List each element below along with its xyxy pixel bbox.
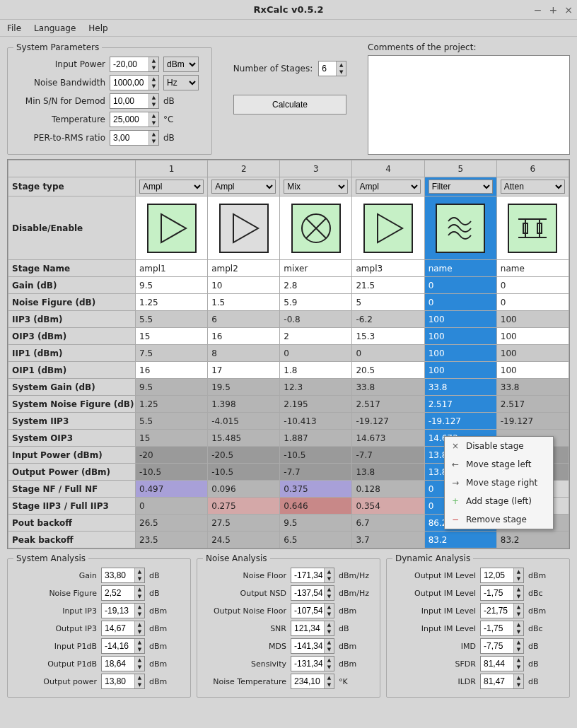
cell-6-3[interactable]: 1.8 (280, 362, 352, 379)
spin-down-icon[interactable]: ▼ (134, 593, 144, 600)
cell-16-1[interactable]: 23.5 (136, 532, 208, 548)
cell-2-3[interactable]: 5.9 (280, 294, 352, 311)
cell-10-4[interactable]: 14.673 (352, 430, 424, 447)
cell-2-6[interactable]: 0 (496, 294, 569, 311)
cell-2-1[interactable]: 1.25 (136, 294, 208, 311)
spin-down-icon[interactable]: ▼ (148, 64, 158, 71)
cell-9-6[interactable]: -19.127 (496, 413, 569, 430)
cell-13-3[interactable]: 0.375 (280, 481, 352, 498)
cell-9-4[interactable]: -19.127 (352, 413, 424, 430)
cell-13-1[interactable]: 0.497 (136, 481, 208, 498)
stage-icon-6[interactable] (496, 196, 569, 260)
cell-6-1[interactable]: 16 (136, 362, 208, 379)
spin-down-icon[interactable]: ▼ (336, 69, 346, 76)
cell-5-1[interactable]: 7.5 (136, 345, 208, 362)
cell-16-2[interactable]: 24.5 (208, 532, 280, 548)
cell-5-3[interactable]: 0 (280, 345, 352, 362)
cell-9-1[interactable]: 5.5 (136, 413, 208, 430)
cell-3-2[interactable]: 6 (208, 311, 280, 328)
spin-down-icon[interactable]: ▼ (324, 575, 334, 582)
unit-select-0[interactable]: dBm (163, 57, 199, 72)
spin-down-icon[interactable]: ▼ (513, 611, 523, 618)
cell-6-4[interactable]: 20.5 (352, 362, 424, 379)
spin-down-icon[interactable]: ▼ (513, 575, 523, 582)
spin-up-icon[interactable]: ▲ (513, 586, 523, 593)
spin-down-icon[interactable]: ▼ (134, 575, 144, 582)
cell-1-3[interactable]: 2.8 (280, 277, 352, 294)
col-header-5[interactable]: 5 (424, 160, 496, 177)
spin-up-icon[interactable]: ▲ (148, 131, 158, 138)
cell-11-2[interactable]: -20.5 (208, 447, 280, 464)
cell-16-4[interactable]: 3.7 (352, 532, 424, 548)
spin-up-icon[interactable]: ▲ (336, 61, 346, 69)
cell-8-2[interactable]: 1.398 (208, 396, 280, 413)
spin-up-icon[interactable]: ▲ (134, 568, 144, 575)
spin-down-icon[interactable]: ▼ (134, 664, 144, 671)
cell-6-2[interactable]: 17 (208, 362, 280, 379)
cell-0-4[interactable]: ampl3 (352, 260, 424, 277)
cell-15-2[interactable]: 27.5 (208, 515, 280, 532)
spin-down-icon[interactable]: ▼ (324, 664, 334, 671)
col-header-2[interactable]: 2 (208, 160, 280, 177)
spin-up-icon[interactable]: ▲ (513, 621, 523, 628)
spin-up-icon[interactable]: ▲ (148, 57, 158, 64)
spin-up-icon[interactable]: ▲ (148, 94, 158, 101)
spin-up-icon[interactable]: ▲ (324, 674, 334, 681)
spin-up-icon[interactable]: ▲ (324, 586, 334, 593)
cell-13-4[interactable]: 0.128 (352, 481, 424, 498)
cell-6-5[interactable]: 100 (424, 362, 496, 379)
spin-down-icon[interactable]: ▼ (324, 593, 334, 600)
comments-textarea[interactable] (368, 55, 570, 155)
spin-up-icon[interactable]: ▲ (513, 657, 523, 664)
cell-7-5[interactable]: 33.8 (424, 379, 496, 396)
cell-3-5[interactable]: 100 (424, 311, 496, 328)
cell-4-6[interactable]: 100 (496, 328, 569, 345)
cell-8-3[interactable]: 2.195 (280, 396, 352, 413)
cell-9-3[interactable]: -10.413 (280, 413, 352, 430)
unit-select-1[interactable]: Hz (163, 75, 199, 90)
stage-type-select-5[interactable]: Filter (429, 180, 493, 194)
spin-up-icon[interactable]: ▲ (324, 657, 334, 664)
cell-7-1[interactable]: 9.5 (136, 379, 208, 396)
cell-15-3[interactable]: 9.5 (280, 515, 352, 532)
spin-up-icon[interactable]: ▲ (134, 639, 144, 646)
cell-14-2[interactable]: 0.275 (208, 498, 280, 515)
cell-8-6[interactable]: 2.517 (496, 396, 569, 413)
spin-up-icon[interactable]: ▲ (134, 604, 144, 611)
stage-icon-3[interactable] (280, 196, 352, 260)
cell-5-2[interactable]: 8 (208, 345, 280, 362)
spin-down-icon[interactable]: ▼ (324, 681, 334, 688)
stage-type-select-3[interactable]: Mix (284, 180, 348, 194)
spin-down-icon[interactable]: ▼ (148, 101, 158, 108)
menu-file[interactable]: File (7, 23, 21, 33)
spin-up-icon[interactable]: ▲ (324, 568, 334, 575)
cell-8-4[interactable]: 2.517 (352, 396, 424, 413)
spin-down-icon[interactable]: ▼ (148, 83, 158, 90)
col-header-3[interactable]: 3 (280, 160, 352, 177)
cell-16-3[interactable]: 6.5 (280, 532, 352, 548)
cell-10-1[interactable]: 15 (136, 430, 208, 447)
stage-type-select-1[interactable]: Ampl (139, 180, 204, 194)
cell-4-1[interactable]: 15 (136, 328, 208, 345)
cell-0-1[interactable]: ampl1 (136, 260, 208, 277)
cell-4-2[interactable]: 16 (208, 328, 280, 345)
stage-type-select-4[interactable]: Ampl (356, 180, 420, 194)
context-item-1[interactable]: ←Move stage left (445, 455, 553, 474)
menu-help[interactable]: Help (88, 23, 107, 33)
spin-up-icon[interactable]: ▲ (324, 604, 334, 611)
cell-3-6[interactable]: 100 (496, 311, 569, 328)
spin-up-icon[interactable]: ▲ (134, 586, 144, 593)
cell-0-5[interactable]: name (424, 260, 496, 277)
col-header-4[interactable]: 4 (352, 160, 424, 177)
cell-14-1[interactable]: 0 (136, 498, 208, 515)
spin-down-icon[interactable]: ▼ (148, 119, 158, 127)
spin-up-icon[interactable]: ▲ (324, 621, 334, 628)
stage-icon-2[interactable] (208, 196, 280, 260)
cell-12-4[interactable]: 13.8 (352, 464, 424, 481)
spin-down-icon[interactable]: ▼ (134, 646, 144, 653)
cell-11-4[interactable]: -7.7 (352, 447, 424, 464)
cell-3-1[interactable]: 5.5 (136, 311, 208, 328)
cell-12-2[interactable]: -10.5 (208, 464, 280, 481)
cell-4-4[interactable]: 15.3 (352, 328, 424, 345)
maximize-button[interactable]: + (549, 4, 558, 16)
